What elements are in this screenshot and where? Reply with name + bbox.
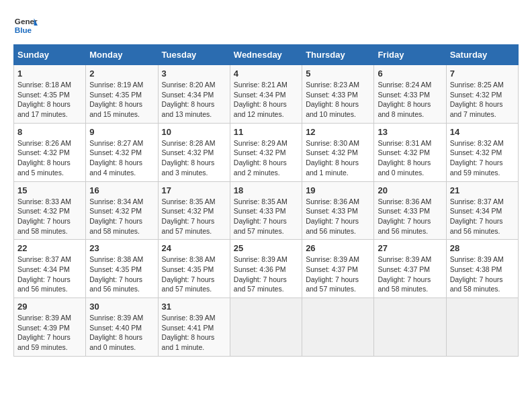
calendar-cell: 11Sunrise: 8:29 AMSunset: 4:32 PMDayligh… xyxy=(230,123,302,181)
day-number: 11 xyxy=(234,127,298,137)
calendar-cell xyxy=(446,298,518,357)
cell-line: Daylight: 8 hours xyxy=(378,99,442,109)
cell-line: Sunrise: 8:21 AM xyxy=(234,80,298,90)
cell-line: Daylight: 7 hours xyxy=(162,275,226,285)
col-header-monday: Monday xyxy=(86,45,158,65)
cell-line: Daylight: 8 hours xyxy=(17,99,82,109)
calendar-cell: 24Sunrise: 8:38 AMSunset: 4:35 PMDayligh… xyxy=(158,240,230,298)
cell-line: Sunrise: 8:36 AM xyxy=(306,197,370,207)
cell-line: Daylight: 7 hours xyxy=(450,158,515,168)
cell-line: Sunrise: 8:30 AM xyxy=(306,138,370,148)
cell-line: Sunrise: 8:18 AM xyxy=(17,80,82,90)
cell-line: and 8 minutes. xyxy=(378,109,442,120)
cell-content: Sunrise: 8:37 AMSunset: 4:34 PMDaylight:… xyxy=(450,197,515,236)
cell-content: Sunrise: 8:26 AMSunset: 4:32 PMDaylight:… xyxy=(17,138,82,178)
cell-content: Sunrise: 8:35 AMSunset: 4:32 PMDaylight:… xyxy=(162,197,226,236)
cell-line: Sunset: 4:37 PM xyxy=(378,265,442,275)
cell-line: Sunrise: 8:20 AM xyxy=(162,80,226,90)
day-number: 22 xyxy=(17,243,82,253)
calendar-cell: 29Sunrise: 8:39 AMSunset: 4:39 PMDayligh… xyxy=(14,298,86,357)
cell-line: Sunrise: 8:29 AM xyxy=(234,138,298,148)
svg-text:Blue: Blue xyxy=(15,26,32,34)
cell-line: Daylight: 8 hours xyxy=(234,158,298,168)
day-number: 21 xyxy=(450,185,515,195)
cell-line: Sunrise: 8:39 AM xyxy=(306,255,370,265)
calendar-cell: 23Sunrise: 8:38 AMSunset: 4:35 PMDayligh… xyxy=(86,240,158,298)
cell-line: Sunset: 4:40 PM xyxy=(89,323,154,333)
cell-line: Sunrise: 8:37 AM xyxy=(17,255,82,265)
cell-line: Sunset: 4:33 PM xyxy=(306,206,370,216)
day-number: 16 xyxy=(89,185,154,195)
cell-line: Sunset: 4:33 PM xyxy=(234,206,298,216)
cell-line: Daylight: 7 hours xyxy=(162,216,226,226)
day-number: 27 xyxy=(378,243,442,253)
cell-content: Sunrise: 8:25 AMSunset: 4:32 PMDaylight:… xyxy=(450,80,515,120)
day-number: 2 xyxy=(89,68,154,79)
cell-line: Daylight: 7 hours xyxy=(234,216,298,226)
calendar-cell: 15Sunrise: 8:33 AMSunset: 4:32 PMDayligh… xyxy=(14,181,86,240)
cell-line: Sunset: 4:32 PM xyxy=(450,90,515,100)
calendar-cell: 31Sunrise: 8:39 AMSunset: 4:41 PMDayligh… xyxy=(158,298,230,357)
day-number: 1 xyxy=(17,68,82,79)
week-row-3: 15Sunrise: 8:33 AMSunset: 4:32 PMDayligh… xyxy=(14,181,519,240)
cell-line: Sunset: 4:38 PM xyxy=(450,265,515,275)
cell-line: Sunset: 4:32 PM xyxy=(89,206,154,216)
calendar-cell: 17Sunrise: 8:35 AMSunset: 4:32 PMDayligh… xyxy=(158,181,230,240)
cell-line: Daylight: 8 hours xyxy=(89,158,154,168)
cell-line: Daylight: 8 hours xyxy=(306,158,370,168)
cell-line: Sunrise: 8:34 AM xyxy=(89,197,154,207)
day-number: 6 xyxy=(378,68,442,79)
cell-line: Daylight: 8 hours xyxy=(17,158,82,168)
day-number: 8 xyxy=(17,127,82,137)
calendar-cell: 14Sunrise: 8:32 AMSunset: 4:32 PMDayligh… xyxy=(446,123,518,181)
calendar-cell xyxy=(302,298,374,357)
calendar-cell: 19Sunrise: 8:36 AMSunset: 4:33 PMDayligh… xyxy=(302,181,374,240)
col-header-wednesday: Wednesday xyxy=(230,45,302,65)
cell-content: Sunrise: 8:39 AMSunset: 4:38 PMDaylight:… xyxy=(450,255,515,294)
page-header: General Blue xyxy=(13,13,519,38)
cell-line: and 57 minutes. xyxy=(162,226,226,236)
cell-line: Sunrise: 8:26 AM xyxy=(17,138,82,148)
cell-content: Sunrise: 8:39 AMSunset: 4:37 PMDaylight:… xyxy=(306,255,370,294)
calendar-cell: 30Sunrise: 8:39 AMSunset: 4:40 PMDayligh… xyxy=(86,298,158,357)
cell-line: Daylight: 8 hours xyxy=(378,158,442,168)
cell-line: and 5 minutes. xyxy=(17,168,82,178)
logo-icon: General Blue xyxy=(13,13,38,38)
cell-content: Sunrise: 8:18 AMSunset: 4:35 PMDaylight:… xyxy=(17,80,82,120)
cell-line: and 0 minutes. xyxy=(89,342,154,353)
day-number: 30 xyxy=(89,302,154,312)
cell-line: Daylight: 8 hours xyxy=(89,99,154,109)
cell-line: Sunset: 4:36 PM xyxy=(234,265,298,275)
cell-line: Sunrise: 8:36 AM xyxy=(378,197,442,207)
cell-line: Sunset: 4:34 PM xyxy=(162,90,226,100)
cell-line: Sunrise: 8:39 AM xyxy=(234,255,298,265)
calendar-cell: 7Sunrise: 8:25 AMSunset: 4:32 PMDaylight… xyxy=(446,65,518,124)
cell-line: and 57 minutes. xyxy=(234,226,298,236)
cell-line: and 1 minute. xyxy=(306,168,370,178)
cell-line: and 59 minutes. xyxy=(450,168,515,178)
cell-line: Sunset: 4:41 PM xyxy=(162,323,226,333)
cell-line: Sunrise: 8:39 AM xyxy=(162,313,226,323)
cell-content: Sunrise: 8:39 AMSunset: 4:37 PMDaylight:… xyxy=(378,255,442,294)
week-row-1: 1Sunrise: 8:18 AMSunset: 4:35 PMDaylight… xyxy=(14,65,519,124)
cell-line: Sunset: 4:32 PM xyxy=(234,148,298,158)
calendar-table: SundayMondayTuesdayWednesdayThursdayFrid… xyxy=(13,44,519,357)
cell-content: Sunrise: 8:29 AMSunset: 4:32 PMDaylight:… xyxy=(234,138,298,178)
cell-content: Sunrise: 8:36 AMSunset: 4:33 PMDaylight:… xyxy=(378,197,442,236)
calendar-cell: 5Sunrise: 8:23 AMSunset: 4:33 PMDaylight… xyxy=(302,65,374,124)
calendar-cell: 8Sunrise: 8:26 AMSunset: 4:32 PMDaylight… xyxy=(14,123,86,181)
cell-line: Sunset: 4:35 PM xyxy=(162,265,226,275)
cell-line: Sunset: 4:32 PM xyxy=(378,148,442,158)
day-number: 5 xyxy=(306,68,370,79)
cell-line: Sunrise: 8:38 AM xyxy=(162,255,226,265)
day-number: 15 xyxy=(17,185,82,195)
cell-line: and 58 minutes. xyxy=(89,226,154,236)
col-header-sunday: Sunday xyxy=(14,45,86,65)
cell-line: Sunset: 4:32 PM xyxy=(17,148,82,158)
cell-content: Sunrise: 8:36 AMSunset: 4:33 PMDaylight:… xyxy=(306,197,370,236)
cell-line: Sunset: 4:37 PM xyxy=(306,265,370,275)
day-number: 3 xyxy=(162,68,226,79)
cell-line: and 15 minutes. xyxy=(89,109,154,120)
cell-line: Sunrise: 8:39 AM xyxy=(17,313,82,323)
cell-line: Daylight: 8 hours xyxy=(306,99,370,109)
